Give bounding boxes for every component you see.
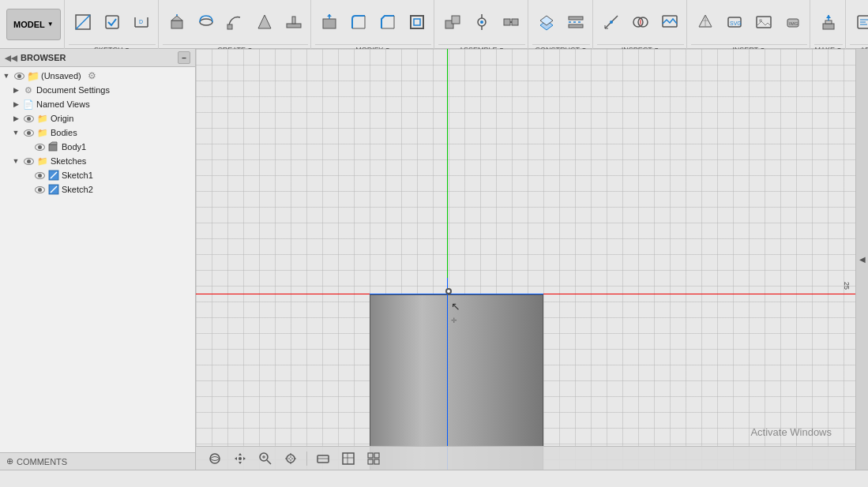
- grid-settings-icon: [341, 451, 355, 466]
- new-component-btn[interactable]: [438, 2, 467, 43]
- sketches-icon: 📁: [36, 155, 49, 167]
- right-panel-collapse[interactable]: ◀: [855, 49, 868, 470]
- insert-mesh-btn[interactable]: [691, 2, 720, 43]
- browser-arrows: ◀◀: [5, 54, 17, 62]
- create-sketch-btn[interactable]: [69, 2, 97, 43]
- bodies-arrow: ▼: [11, 128, 21, 137]
- model-label: MODEL: [13, 20, 45, 29]
- insert-image-btn[interactable]: [750, 2, 778, 43]
- viewport[interactable]: ↖✛ 25 Activate Windows: [196, 49, 855, 470]
- bodies-eye-icon[interactable]: [22, 126, 35, 139]
- sketch2-eye-icon[interactable]: [33, 183, 46, 196]
- 3dprint-btn[interactable]: [814, 2, 843, 43]
- snap-settings-btn[interactable]: [363, 450, 385, 467]
- main-toolbar: MODEL ▼: [0, 0, 868, 49]
- interference-icon: [631, 13, 650, 32]
- decal-btn[interactable]: IMG: [779, 2, 807, 43]
- body1-eye-icon[interactable]: [33, 140, 46, 153]
- root-folder-icon: 📁: [27, 69, 39, 82]
- svg-rect-25: [452, 16, 460, 24]
- shell-btn[interactable]: [403, 2, 431, 43]
- measure-btn[interactable]: [597, 2, 626, 43]
- origin-eye-icon[interactable]: [22, 112, 35, 125]
- tree-item-named-views[interactable]: ▶ 📄 Named Views: [0, 97, 195, 111]
- display-mode-btn[interactable]: [312, 450, 334, 467]
- svg-rect-13: [287, 24, 301, 28]
- svg-rect-11: [227, 24, 232, 29]
- named-views-arrow: ▶: [11, 99, 21, 109]
- root-settings-icon[interactable]: ⚙: [86, 69, 99, 82]
- svg-marker-78: [243, 457, 246, 460]
- svg-text:D: D: [139, 19, 143, 24]
- 3dprint-icon: [819, 13, 838, 32]
- svg-text:SVG: SVG: [730, 21, 742, 26]
- fit-btn[interactable]: [280, 450, 302, 467]
- measure-icon: [602, 13, 621, 32]
- revolve-icon: [197, 13, 216, 32]
- browser-tree: ▼ 📁 (Unsaved) ⚙ ▶ ⚙ Document Settings: [0, 67, 195, 452]
- rib-btn[interactable]: [280, 2, 308, 43]
- tree-item-body1[interactable]: Body1: [0, 140, 195, 154]
- main-area: ◀◀ BROWSER – ▼ 📁 (Unsaved) ⚙: [0, 49, 868, 470]
- fillet-btn[interactable]: [344, 2, 373, 43]
- sweep-btn[interactable]: [221, 2, 250, 43]
- extrude-btn[interactable]: [163, 2, 191, 43]
- browser-collapse-btn[interactable]: –: [178, 51, 190, 64]
- pan-btn[interactable]: [229, 450, 251, 467]
- shell-icon: [408, 13, 426, 32]
- tree-item-origin[interactable]: ▶ 📁 Origin: [0, 111, 195, 125]
- revolve-btn[interactable]: [192, 2, 220, 43]
- sketch-dimension-btn[interactable]: D: [127, 2, 156, 43]
- make-group: MAKE ▼: [812, 0, 846, 49]
- loft-btn[interactable]: [250, 2, 279, 43]
- tree-item-sketch2[interactable]: Sketch2: [0, 182, 195, 197]
- scale-value: 25: [843, 282, 851, 290]
- chamfer-icon: [378, 13, 397, 32]
- loft-icon: [255, 13, 274, 32]
- sketches-arrow: ▼: [11, 156, 21, 166]
- scripts-btn[interactable]: [850, 2, 868, 43]
- midplane-btn[interactable]: [562, 2, 590, 43]
- offset-plane-btn[interactable]: [532, 2, 561, 43]
- sketches-eye-icon[interactable]: [22, 155, 35, 167]
- sketch2-label: Sketch2: [62, 185, 93, 194]
- tree-item-root[interactable]: ▼ 📁 (Unsaved) ⚙: [0, 69, 195, 83]
- sketch-group: D SKETCH ▼: [66, 0, 159, 49]
- rigid-group-btn[interactable]: [497, 2, 525, 43]
- grid-settings-btn[interactable]: [337, 450, 359, 467]
- inspect-img-icon: [660, 13, 679, 32]
- named-views-label: Named Views: [36, 99, 90, 109]
- insert-svg-btn[interactable]: SVG: [720, 2, 749, 43]
- tree-item-sketches[interactable]: ▼ 📁 Sketches: [0, 154, 195, 168]
- finish-sketch-btn[interactable]: [98, 2, 126, 43]
- tree-item-doc-settings[interactable]: ▶ ⚙ Document Settings: [0, 83, 195, 97]
- inspect-img-btn[interactable]: [656, 2, 684, 43]
- svg-rect-35: [569, 17, 583, 20]
- finish-sketch-icon: [103, 13, 122, 32]
- orbit-btn[interactable]: [204, 450, 226, 467]
- comments-bar[interactable]: ⊕ COMMENTS: [0, 452, 195, 470]
- tree-item-sketch1[interactable]: Sketch1: [0, 168, 195, 182]
- svg-rect-2: [106, 16, 118, 28]
- svg-rect-22: [411, 16, 423, 28]
- construct-group: CONSTRUCT ▼: [530, 0, 593, 49]
- svg-point-41: [610, 21, 613, 24]
- insert-image-icon: [754, 13, 773, 32]
- zoom-btn[interactable]: [254, 450, 276, 467]
- body-3d-shape: [370, 294, 543, 470]
- chamfer-btn[interactable]: [374, 2, 402, 43]
- fillet-icon: [349, 13, 368, 32]
- root-eye-icon[interactable]: [13, 69, 25, 82]
- svg-marker-76: [239, 462, 242, 464]
- sketch1-eye-icon[interactable]: [33, 169, 46, 182]
- inspect-group: INSPECT ▼: [595, 0, 687, 49]
- interference-btn[interactable]: [626, 2, 655, 43]
- doc-settings-icon: ⚙: [22, 84, 35, 96]
- browser-title: BROWSER: [21, 53, 66, 62]
- addins-group: ADD-INS ▼: [847, 0, 868, 49]
- tree-item-bodies[interactable]: ▼ 📁 Bodies: [0, 125, 195, 140]
- svg-rect-31: [512, 19, 518, 25]
- model-dropdown-button[interactable]: MODEL ▼: [6, 9, 61, 40]
- joint-btn[interactable]: [468, 2, 496, 43]
- press-pull-btn[interactable]: [315, 2, 344, 43]
